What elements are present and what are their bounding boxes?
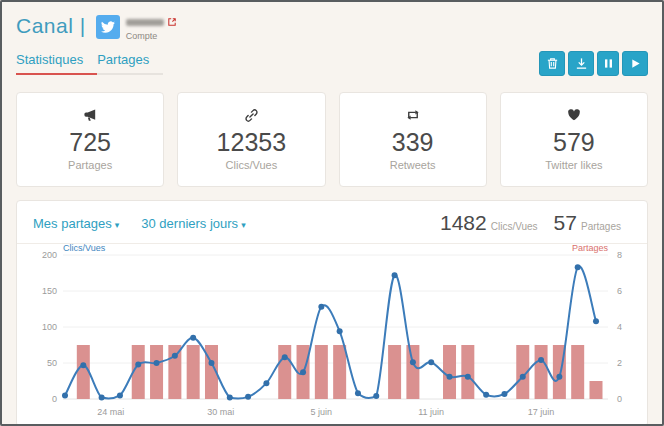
chevron-down-icon: ▾ bbox=[115, 220, 120, 230]
chart-area: 00502100415062008Clics/VuesPartages24 ma… bbox=[17, 244, 647, 426]
partages-bar bbox=[406, 345, 419, 399]
summary-clics: 1482 Clics/Vues bbox=[440, 211, 538, 235]
partages-bar bbox=[187, 345, 200, 399]
chart-summary: 1482 Clics/Vues 57 Partages bbox=[440, 211, 631, 235]
tab-statistiques[interactable]: Statistiques bbox=[16, 50, 97, 75]
retweet-icon bbox=[405, 108, 421, 124]
chart-panel: Mes partages▾ 30 derniers jours▾ 1482 Cl… bbox=[16, 200, 648, 426]
tab-partages[interactable]: Partages bbox=[97, 50, 163, 75]
clics-point bbox=[465, 374, 471, 380]
page-title: Canal | bbox=[16, 14, 86, 38]
clics-point bbox=[62, 392, 68, 398]
x-tick-label: 5 juin bbox=[311, 407, 333, 417]
heart-icon bbox=[567, 108, 581, 124]
clics-point bbox=[318, 304, 324, 310]
partages-bar bbox=[590, 381, 603, 399]
x-tick-label: 30 mai bbox=[207, 407, 234, 417]
clics-point bbox=[428, 359, 434, 365]
clics-point bbox=[538, 357, 544, 363]
stat-label: Clics/Vues bbox=[226, 159, 278, 171]
partages-bar bbox=[443, 345, 456, 399]
clics-point bbox=[556, 374, 562, 380]
trash-icon bbox=[546, 57, 559, 70]
partages-bar bbox=[150, 345, 163, 399]
partages-bar bbox=[77, 345, 90, 399]
stat-label: Retweets bbox=[390, 159, 436, 171]
summary-partages: 57 Partages bbox=[554, 211, 621, 235]
partages-bar bbox=[388, 345, 401, 399]
chart-panel-header: Mes partages▾ 30 derniers jours▾ 1482 Cl… bbox=[17, 201, 647, 244]
y-left-axis-title: Clics/Vues bbox=[63, 244, 106, 253]
partages-bar bbox=[278, 345, 291, 399]
clics-point bbox=[575, 264, 581, 270]
partages-bar bbox=[535, 345, 548, 399]
account-type-label: Compte bbox=[126, 31, 176, 41]
y-left-tick: 0 bbox=[52, 394, 57, 404]
stat-label: Partages bbox=[68, 159, 112, 171]
partages-bar bbox=[315, 345, 328, 399]
y-right-tick: 4 bbox=[617, 322, 622, 332]
clics-point bbox=[190, 335, 196, 341]
stat-value: 725 bbox=[69, 129, 111, 155]
stat-card-retweets: 339 Retweets bbox=[339, 92, 487, 187]
app-window: Canal | Compte Statistiques Partages bbox=[0, 0, 664, 426]
clics-point bbox=[520, 374, 526, 380]
clics-point bbox=[410, 359, 416, 365]
clics-point bbox=[99, 395, 105, 401]
account-name-redacted bbox=[126, 19, 164, 26]
stat-card-partages: 725 Partages bbox=[16, 92, 164, 187]
clics-point bbox=[337, 328, 343, 334]
page-header: Canal | Compte bbox=[16, 12, 648, 48]
partages-bar bbox=[461, 345, 474, 399]
y-right-axis-title: Partages bbox=[572, 244, 609, 253]
clics-point bbox=[483, 392, 489, 398]
tab-bar: Statistiques Partages bbox=[16, 50, 163, 75]
y-left-tick: 100 bbox=[42, 322, 57, 332]
y-right-tick: 8 bbox=[617, 250, 622, 260]
stat-card-likes: 579 Twitter likes bbox=[500, 92, 648, 187]
download-button[interactable] bbox=[568, 51, 594, 76]
stat-value: 339 bbox=[392, 129, 434, 155]
delete-button[interactable] bbox=[539, 51, 565, 76]
download-icon bbox=[575, 57, 588, 70]
toolbar bbox=[539, 51, 648, 76]
clics-point bbox=[80, 362, 86, 368]
pause-icon bbox=[603, 58, 614, 69]
clics-point bbox=[501, 391, 507, 397]
y-right-tick: 2 bbox=[617, 358, 622, 368]
twitter-icon bbox=[96, 15, 120, 39]
pause-button[interactable] bbox=[597, 51, 619, 76]
y-left-tick: 200 bbox=[42, 250, 57, 260]
clics-point bbox=[154, 360, 160, 366]
play-icon bbox=[630, 58, 641, 69]
chart-filters: Mes partages▾ 30 derniers jours▾ bbox=[33, 216, 246, 231]
clics-point bbox=[245, 394, 251, 400]
x-tick-label: 17 juin bbox=[528, 407, 555, 417]
stat-label: Twitter likes bbox=[545, 159, 602, 171]
play-button[interactable] bbox=[622, 51, 648, 76]
clics-point bbox=[208, 360, 214, 366]
clics-point bbox=[447, 374, 453, 380]
link-icon bbox=[244, 108, 259, 124]
chart-svg[interactable]: 00502100415062008Clics/VuesPartages24 ma… bbox=[17, 244, 648, 426]
account-badge[interactable]: Compte bbox=[96, 12, 176, 41]
megaphone-icon bbox=[83, 108, 98, 124]
clics-point bbox=[373, 393, 379, 399]
clics-point bbox=[117, 392, 123, 398]
clics-point bbox=[355, 390, 361, 396]
y-left-tick: 50 bbox=[47, 358, 57, 368]
x-tick-label: 24 mai bbox=[97, 407, 124, 417]
x-tick-label: 11 juin bbox=[418, 407, 444, 417]
clics-point bbox=[392, 272, 398, 278]
y-right-tick: 6 bbox=[617, 286, 622, 296]
stat-value: 579 bbox=[553, 129, 595, 155]
y-right-tick: 0 bbox=[617, 394, 622, 404]
clics-point bbox=[300, 369, 306, 375]
chevron-down-icon: ▾ bbox=[241, 220, 246, 230]
stat-card-clics: 12353 Clics/Vues bbox=[177, 92, 325, 187]
filter-mes-partages[interactable]: Mes partages▾ bbox=[33, 216, 119, 231]
filter-periode[interactable]: 30 derniers jours▾ bbox=[141, 216, 245, 231]
partages-bar bbox=[333, 345, 346, 399]
external-link-icon bbox=[168, 18, 176, 26]
stats-cards: 725 Partages 12353 Clics/Vues 339 Retwee… bbox=[16, 92, 648, 187]
